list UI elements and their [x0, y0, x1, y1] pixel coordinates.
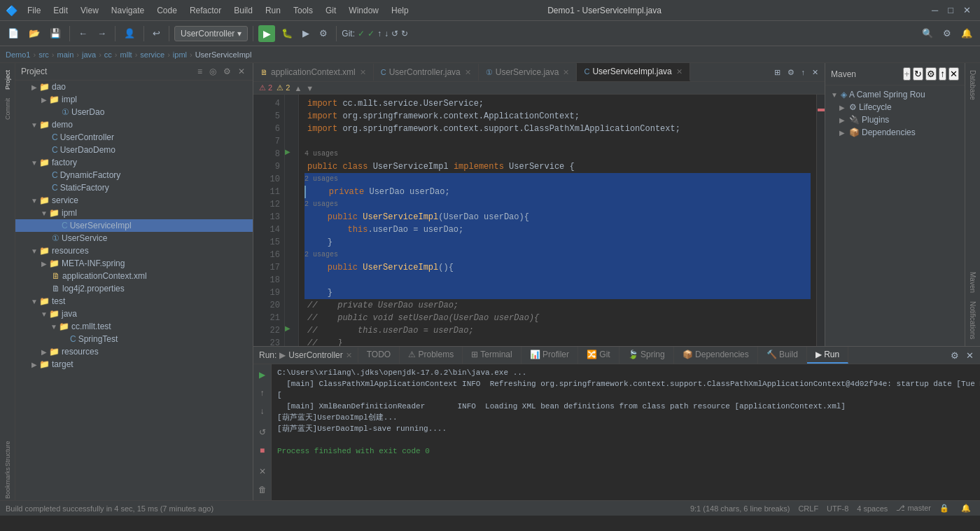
- maven-close-button[interactable]: ✕: [948, 67, 959, 81]
- sidebar-locate-button[interactable]: ◎: [207, 66, 218, 77]
- menu-navigate[interactable]: Navigate: [106, 4, 150, 17]
- maven-expand-button[interactable]: ↑: [939, 67, 946, 81]
- breadcrumb-cc[interactable]: cc: [104, 50, 112, 59]
- menu-build[interactable]: Build: [228, 4, 258, 17]
- run-restore[interactable]: 🗑: [255, 482, 270, 497]
- tree-ccmllttest[interactable]: ▼ 📁 cc.mllt.test: [15, 320, 253, 333]
- new-file-button[interactable]: 📄: [4, 26, 22, 41]
- tabs-expand-button[interactable]: ↑: [798, 66, 809, 78]
- tree-userservice[interactable]: ▶ ① UserService: [15, 232, 253, 244]
- tree-metainf[interactable]: ▶ 📁 META-INF.spring: [15, 257, 253, 270]
- bottom-tab-terminal[interactable]: ⊞ Terminal: [463, 347, 521, 364]
- split-editor-button[interactable]: ⊞: [771, 66, 784, 79]
- bottom-tab-run[interactable]: ▶ Run: [807, 347, 848, 364]
- run-config-button[interactable]: ⚙: [316, 26, 331, 41]
- bottom-tab-build[interactable]: 🔨 Build: [758, 347, 807, 364]
- close-button[interactable]: ✕: [960, 3, 974, 18]
- database-panel-button[interactable]: Database: [967, 66, 978, 104]
- tab-usercontroller[interactable]: C UserController.java ✕: [374, 64, 479, 81]
- breadcrumb-ipml[interactable]: ipml: [173, 50, 187, 59]
- git-branch[interactable]: ⎇ master: [896, 504, 931, 513]
- run-panel-close[interactable]: ✕: [962, 348, 977, 363]
- run-gutter-icon[interactable]: ▶: [285, 148, 298, 160]
- run-gutter-icon-21[interactable]: ▶: [285, 324, 298, 337]
- maven-project-root[interactable]: ▼ ◈ A Camel Spring Rou: [825, 88, 965, 101]
- back-button[interactable]: ←: [75, 26, 91, 41]
- tree-ipml[interactable]: ▼ 📁 ipml: [15, 207, 253, 219]
- maven-lifecycle[interactable]: ▶ ⚙ Lifecycle: [825, 101, 965, 113]
- tree-resources[interactable]: ▼ 📁 resources: [15, 244, 253, 257]
- tree-springtest[interactable]: ▶ C SpringTest: [15, 333, 253, 345]
- error-nav-up[interactable]: ▲: [294, 84, 302, 92]
- maven-add-button[interactable]: +: [903, 67, 911, 81]
- tree-target[interactable]: ▶ 📁 target: [15, 358, 253, 371]
- tabs-close-button[interactable]: ✕: [808, 66, 822, 79]
- breadcrumb-userserviceimpl[interactable]: UserServiceImpl: [195, 50, 252, 59]
- breadcrumb-mllt[interactable]: mllt: [120, 50, 132, 59]
- undo-button[interactable]: ↩: [149, 26, 164, 41]
- menu-tools[interactable]: Tools: [288, 4, 318, 17]
- bottom-tab-dependencies[interactable]: 📦 Dependencies: [674, 347, 758, 364]
- tab-close-button[interactable]: ✕: [676, 67, 682, 76]
- tree-impl[interactable]: ▶ 📁 impl: [15, 93, 253, 106]
- cursor-position[interactable]: 9:1 (148 chars, 6 line breaks): [690, 504, 790, 513]
- minimize-button[interactable]: ─: [928, 3, 941, 18]
- breadcrumb-src[interactable]: src: [38, 50, 49, 59]
- search-everywhere-button[interactable]: 🔍: [918, 26, 937, 41]
- sidebar-close-button[interactable]: ✕: [236, 66, 247, 77]
- tab-close-button[interactable]: ✕: [465, 68, 471, 77]
- menu-edit[interactable]: Edit: [48, 4, 74, 17]
- run-scroll-down[interactable]: ↓: [255, 404, 270, 419]
- menu-refactor[interactable]: Refactor: [184, 4, 227, 17]
- run-close-tab[interactable]: ✕: [255, 464, 270, 479]
- run-tab-close[interactable]: ✕: [346, 351, 352, 360]
- menu-view[interactable]: View: [75, 4, 104, 17]
- project-panel-button[interactable]: Project: [1, 66, 14, 94]
- debug-button[interactable]: 🐛: [278, 26, 296, 41]
- breadcrumb-java[interactable]: java: [82, 50, 96, 59]
- run-button[interactable]: ▶: [258, 25, 275, 42]
- breadcrumb-demo1[interactable]: Demo1: [6, 50, 30, 59]
- menu-window[interactable]: Window: [343, 4, 384, 17]
- breadcrumb-main[interactable]: main: [57, 50, 74, 59]
- tab-userserviceimpl[interactable]: C UserServiceImpl.java ✕: [577, 63, 690, 81]
- maven-refresh-button[interactable]: ↻: [913, 67, 923, 81]
- run-panel-settings[interactable]: ⚙: [947, 348, 962, 363]
- tree-test[interactable]: ▼ 📁 test: [15, 295, 253, 308]
- code-content[interactable]: import cc.mllt.service.UserService; impo…: [299, 95, 816, 346]
- tree-userdaodemo[interactable]: ▶ C UserDaoDemo: [15, 144, 253, 156]
- menu-git[interactable]: Git: [320, 4, 342, 17]
- run-rerun[interactable]: ↺: [255, 425, 270, 440]
- tab-userservice[interactable]: ① UserService.java ✕: [479, 64, 578, 81]
- profile-button[interactable]: 👤: [120, 26, 139, 41]
- line-separator[interactable]: CRLF: [798, 504, 818, 513]
- bottom-tab-problems[interactable]: ⚠ Problems: [400, 347, 463, 364]
- file-encoding[interactable]: UTF-8: [827, 504, 848, 513]
- breadcrumb-service[interactable]: service: [140, 50, 164, 59]
- tree-log4j2[interactable]: ▶ 🗎 log4j2.properties: [15, 282, 253, 295]
- tab-applicationcontext[interactable]: 🗎 applicationContext.xml ✕: [253, 64, 374, 81]
- error-nav-down[interactable]: ▼: [306, 84, 314, 92]
- run-with-coverage-button[interactable]: ▶: [299, 26, 313, 41]
- bottom-tab-git[interactable]: 🔀 Git: [578, 347, 620, 364]
- tree-dynamicfactory[interactable]: ▶ C DynamicFactory: [15, 169, 253, 181]
- tree-demo[interactable]: ▼ 📁 demo: [15, 118, 253, 131]
- open-button[interactable]: 📂: [25, 26, 43, 41]
- tab-close-button[interactable]: ✕: [360, 68, 366, 77]
- maven-dependencies[interactable]: ▶ 📦 Dependencies: [825, 126, 965, 139]
- run-stop[interactable]: ■: [255, 443, 270, 458]
- structure-panel-button[interactable]: Structure: [1, 440, 14, 468]
- menu-code[interactable]: Code: [151, 4, 183, 17]
- menu-run[interactable]: Run: [260, 4, 286, 17]
- settings-button[interactable]: ⚙: [939, 26, 955, 41]
- maven-side-button[interactable]: Maven: [967, 268, 978, 297]
- tree-userdao[interactable]: ▶ ① UserDao: [15, 106, 253, 118]
- save-button[interactable]: 💾: [46, 26, 64, 41]
- notifications-button[interactable]: 🔔: [958, 26, 976, 41]
- sidebar-collapse-all-button[interactable]: ≡: [195, 66, 204, 77]
- indent-size[interactable]: 4 spaces: [857, 504, 888, 513]
- run-button[interactable]: ▶: [255, 367, 270, 382]
- tree-appcontext[interactable]: ▶ 🗎 applicationContext.xml: [15, 270, 253, 282]
- run-scroll-up[interactable]: ↑: [255, 385, 270, 401]
- notifications-icon[interactable]: 🔔: [958, 502, 974, 515]
